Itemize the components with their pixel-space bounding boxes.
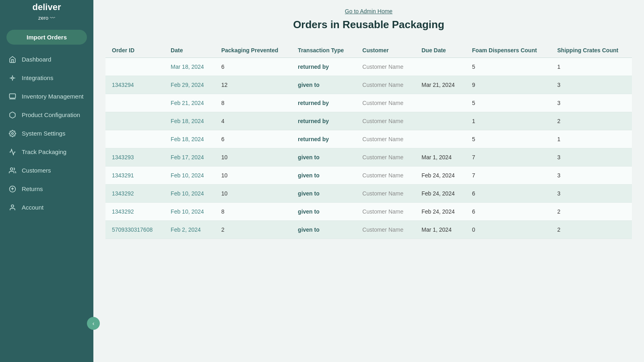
table-cell-td-count: 2 bbox=[551, 221, 632, 239]
table-cell-td-due-date bbox=[415, 112, 466, 130]
table-cell-td-order-id bbox=[105, 58, 164, 76]
sidebar-logo: deliverzero 〰 bbox=[0, 0, 93, 24]
table-cell-td-packaging: 10 bbox=[215, 167, 291, 185]
table-cell-td-date: Feb 17, 2024 bbox=[164, 148, 215, 167]
table-cell-td-order-id: 1343293 bbox=[105, 148, 164, 167]
table-container: Order IDDatePackaging PreventedTransacti… bbox=[93, 43, 644, 251]
table-cell-td-order-id: 1343291 bbox=[105, 167, 164, 185]
table-cell-td-date: Feb 21, 2024 bbox=[164, 94, 215, 112]
table-cell-td-transaction: returned by bbox=[291, 130, 356, 148]
table-cell-td-order-id bbox=[105, 112, 164, 130]
sidebar-item-label-system-settings: System Settings bbox=[22, 130, 65, 137]
sidebar-item-track-packaging[interactable]: Track Packaging bbox=[0, 143, 93, 161]
sidebar-item-account[interactable]: Account bbox=[0, 198, 93, 217]
top-bar: Go to Admin Home Orders in Reusable Pack… bbox=[93, 0, 644, 43]
table-cell-td-count: 6 bbox=[466, 185, 551, 203]
table-row: Mar 18, 20246returned byCustomer Name51 bbox=[105, 58, 632, 76]
table-cell-td-count: 9 bbox=[466, 76, 551, 94]
table-cell-td-order-id: 1343294 bbox=[105, 76, 164, 94]
sidebar-item-inventory-management[interactable]: Inventory Management bbox=[0, 87, 93, 106]
table-cell-td-date: Feb 29, 2024 bbox=[164, 76, 215, 94]
table-cell-td-order-id: 1343292 bbox=[105, 203, 164, 221]
column-header-transaction-type: Transaction Type bbox=[291, 43, 356, 58]
table-cell-td-packaging: 6 bbox=[215, 130, 291, 148]
table-cell-td-count: 1 bbox=[551, 58, 632, 76]
table-row: 5709330317608Feb 2, 20242given toCustome… bbox=[105, 221, 632, 239]
sidebar-item-label-integrations: Integrations bbox=[22, 74, 53, 82]
table-cell-td-customer: Customer Name bbox=[356, 112, 415, 130]
table-cell-td-count: 0 bbox=[466, 221, 551, 239]
table-cell-td-date: Feb 18, 2024 bbox=[164, 130, 215, 148]
table-cell-td-count: 3 bbox=[551, 94, 632, 112]
table-cell-td-packaging: 8 bbox=[215, 94, 291, 112]
sidebar-item-dashboard[interactable]: Dashboard bbox=[0, 50, 93, 69]
sidebar-item-customers[interactable]: Customers bbox=[0, 161, 93, 180]
main-content: Go to Admin Home Orders in Reusable Pack… bbox=[93, 0, 644, 362]
sidebar-toggle-button[interactable]: ‹ bbox=[87, 317, 100, 330]
table-cell-td-count: 5 bbox=[466, 130, 551, 148]
table-cell-td-date: Feb 2, 2024 bbox=[164, 221, 215, 239]
table-cell-td-count: 3 bbox=[551, 167, 632, 185]
table-cell-td-customer: Customer Name bbox=[356, 167, 415, 185]
column-header-packaging-prevented: Packaging Prevented bbox=[215, 43, 291, 58]
table-cell-td-date: Feb 10, 2024 bbox=[164, 167, 215, 185]
admin-home-link[interactable]: Go to Admin Home bbox=[109, 8, 628, 14]
table-cell-td-order-id: 5709330317608 bbox=[105, 221, 164, 239]
table-cell-td-due-date bbox=[415, 130, 466, 148]
customers-icon bbox=[8, 166, 17, 175]
table-row: 1343292Feb 10, 202410given toCustomer Na… bbox=[105, 185, 632, 203]
integrations-icon bbox=[8, 74, 17, 82]
table-cell-td-packaging: 8 bbox=[215, 203, 291, 221]
sidebar-item-label-customers: Customers bbox=[22, 167, 51, 174]
table-cell-td-order-id bbox=[105, 94, 164, 112]
table-cell-td-order-id: 1343292 bbox=[105, 185, 164, 203]
track-icon bbox=[8, 148, 17, 156]
table-cell-td-count: 2 bbox=[551, 112, 632, 130]
table-cell-td-packaging: 2 bbox=[215, 221, 291, 239]
gear-icon bbox=[8, 129, 17, 138]
svg-point-8 bbox=[10, 168, 13, 170]
table-row: 1343292Feb 10, 20248given toCustomer Nam… bbox=[105, 203, 632, 221]
returns-icon bbox=[8, 185, 17, 193]
table-cell-td-transaction: returned by bbox=[291, 94, 356, 112]
table-cell-td-customer: Customer Name bbox=[356, 221, 415, 239]
table-cell-td-customer: Customer Name bbox=[356, 76, 415, 94]
page-title: Orders in Reusable Packaging bbox=[109, 19, 628, 31]
table-cell-td-customer: Customer Name bbox=[356, 94, 415, 112]
table-cell-td-due-date: Mar 21, 2024 bbox=[415, 76, 466, 94]
table-cell-td-customer: Customer Name bbox=[356, 203, 415, 221]
sidebar-item-returns[interactable]: Returns bbox=[0, 180, 93, 198]
table-cell-td-count: 7 bbox=[466, 167, 551, 185]
table-cell-td-due-date: Feb 24, 2024 bbox=[415, 185, 466, 203]
table-cell-td-customer: Customer Name bbox=[356, 185, 415, 203]
sidebar: deliverzero 〰 Import Orders Dashboard In… bbox=[0, 0, 93, 362]
table-row: 1343294Feb 29, 202412given toCustomer Na… bbox=[105, 76, 632, 94]
sidebar-item-integrations[interactable]: Integrations bbox=[0, 69, 93, 87]
table-cell-td-customer: Customer Name bbox=[356, 130, 415, 148]
table-cell-td-count: 6 bbox=[466, 203, 551, 221]
table-row: 1343293Feb 17, 202410given toCustomer Na… bbox=[105, 148, 632, 167]
table-row: Feb 18, 20246returned byCustomer Name51 bbox=[105, 130, 632, 148]
table-cell-td-transaction: given to bbox=[291, 148, 356, 167]
home-icon bbox=[8, 55, 17, 64]
table-row: Feb 18, 20244returned byCustomer Name12 bbox=[105, 112, 632, 130]
box-icon bbox=[8, 111, 17, 119]
table-cell-td-transaction: given to bbox=[291, 76, 356, 94]
import-orders-button[interactable]: Import Orders bbox=[6, 30, 87, 45]
table-cell-td-date: Feb 10, 2024 bbox=[164, 203, 215, 221]
sidebar-item-system-settings[interactable]: System Settings bbox=[0, 124, 93, 143]
table-cell-td-due-date: Feb 24, 2024 bbox=[415, 167, 466, 185]
table-cell-td-count: 2 bbox=[551, 203, 632, 221]
table-header: Order IDDatePackaging PreventedTransacti… bbox=[105, 43, 632, 58]
svg-point-11 bbox=[11, 205, 14, 207]
table-cell-td-count: 3 bbox=[551, 185, 632, 203]
sidebar-item-label-returns: Returns bbox=[22, 185, 43, 193]
sidebar-item-product-configuration[interactable]: Product Configuration bbox=[0, 106, 93, 124]
table-cell-td-transaction: given to bbox=[291, 221, 356, 239]
table-cell-td-packaging: 6 bbox=[215, 58, 291, 76]
table-cell-td-transaction: given to bbox=[291, 185, 356, 203]
table-cell-td-packaging: 4 bbox=[215, 112, 291, 130]
svg-point-0 bbox=[12, 77, 14, 79]
column-header-due-date: Due Date bbox=[415, 43, 466, 58]
column-header-shipping-crates-count: Shipping Crates Count bbox=[551, 43, 632, 58]
